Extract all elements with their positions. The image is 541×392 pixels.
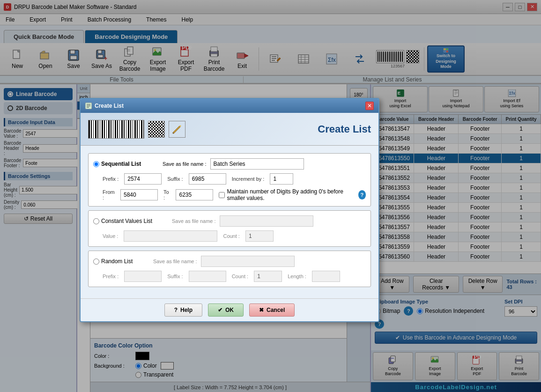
save-filename-input[interactable] [210, 158, 304, 170]
dialog-titlebar: Create List ✕ [81, 99, 378, 113]
sequential-radio-label[interactable]: Sequential List [93, 161, 159, 167]
random-save-label: Save as file name : [153, 259, 197, 264]
constant-save-input [220, 215, 313, 227]
dialog-close-button[interactable]: ✕ [365, 102, 374, 110]
constant-radio[interactable] [93, 218, 99, 224]
constant-label: Constant Values List [101, 218, 152, 224]
random-save-input [201, 256, 295, 267]
help-label: Help [180, 307, 193, 313]
ok-button[interactable]: ✔ OK [208, 303, 244, 317]
dialog-body: Sequential List Save as file name : Pref… [81, 146, 378, 298]
maintain-checkbox-label[interactable]: Maintain number of Digits By adding 0's … [219, 188, 352, 201]
svg-marker-70 [173, 126, 180, 133]
maintain-checkbox[interactable] [219, 192, 225, 198]
from-label: From : [103, 189, 115, 200]
to-input[interactable] [176, 189, 213, 200]
constant-list-section: Constant Values List Save as file name :… [88, 210, 371, 247]
create-list-title: Create List [318, 123, 371, 135]
from-to-row: From : To : Maintain number of Digits By… [93, 188, 366, 201]
random-fields-row: Prefix : Suffix : Count : Length : [93, 271, 366, 282]
save-filename-row: Sequential List Save as file name : [93, 158, 366, 170]
suffix-input[interactable] [189, 173, 226, 185]
prefix-input[interactable] [124, 173, 162, 185]
count-label: Count : [223, 233, 239, 239]
increment-label: Increment by : [232, 176, 265, 182]
random-count-input [254, 271, 282, 282]
dialog-overlay: Create List ✕ Create List [0, 0, 541, 392]
constant-header-row: Constant Values List Save as file name : [93, 215, 366, 227]
dialog-title-icon [85, 103, 92, 109]
cancel-button[interactable]: ✖ Cancel [249, 303, 295, 317]
ok-icon: ✔ [218, 307, 222, 313]
dialog-title: Create List [85, 103, 124, 109]
help-button[interactable]: ? Help [164, 303, 202, 317]
maintain-text: Maintain number of Digits By adding 0's … [227, 188, 352, 201]
random-prefix-input [124, 271, 162, 282]
barcode-mini-image [88, 120, 144, 139]
create-list-dialog: Create List ✕ Create List [80, 98, 379, 322]
dialog-header: Create List [81, 113, 378, 146]
suffix-label: Suffix : [167, 176, 183, 182]
from-input[interactable] [120, 189, 158, 200]
constant-radio-label[interactable]: Constant Values List [93, 218, 168, 224]
random-suffix-input [189, 271, 226, 282]
sequential-radio[interactable] [93, 161, 99, 167]
pencil-icon [169, 121, 185, 138]
maintain-info-button[interactable]: ? [358, 190, 366, 200]
random-length-input [312, 271, 340, 282]
random-header-row: Random List Save as file name : [93, 256, 366, 267]
random-label: Random List [101, 258, 133, 265]
prefix-suffix-row: Prefix : Suffix : Increment by : [93, 173, 366, 185]
sequential-list-section: Sequential List Save as file name : Pref… [88, 153, 371, 207]
value-label: Value : [103, 233, 118, 239]
cancel-label: Cancel [267, 307, 285, 313]
random-count-label: Count : [232, 274, 248, 279]
random-length-label: Length : [288, 274, 306, 279]
random-radio-label[interactable]: Random List [93, 258, 149, 265]
prefix-label: Prefix : [103, 176, 119, 182]
increment-input[interactable] [270, 173, 293, 185]
constant-value-input [124, 230, 217, 242]
dialog-buttons: ? Help ✔ OK ✖ Cancel [81, 298, 378, 321]
constant-count-input [245, 230, 274, 242]
random-prefix-label: Prefix : [103, 274, 119, 279]
qr-mini-image [148, 121, 165, 138]
constant-fields-row: Value : Count : [93, 230, 366, 242]
sequential-label: Sequential List [101, 161, 141, 167]
dialog-barcode-preview [88, 120, 185, 139]
help-icon: ? [174, 307, 178, 313]
ok-label: OK [225, 307, 234, 313]
random-list-section: Random List Save as file name : Prefix :… [88, 251, 371, 287]
random-radio[interactable] [93, 259, 99, 265]
dialog-title-text: Create List [95, 103, 124, 109]
cancel-icon: ✖ [259, 307, 264, 313]
save-as-label: Save as file name : [163, 161, 207, 167]
to-label: To : [163, 189, 170, 200]
constant-save-label: Save as file name : [172, 218, 216, 224]
random-suffix-label: Suffix : [167, 274, 183, 279]
